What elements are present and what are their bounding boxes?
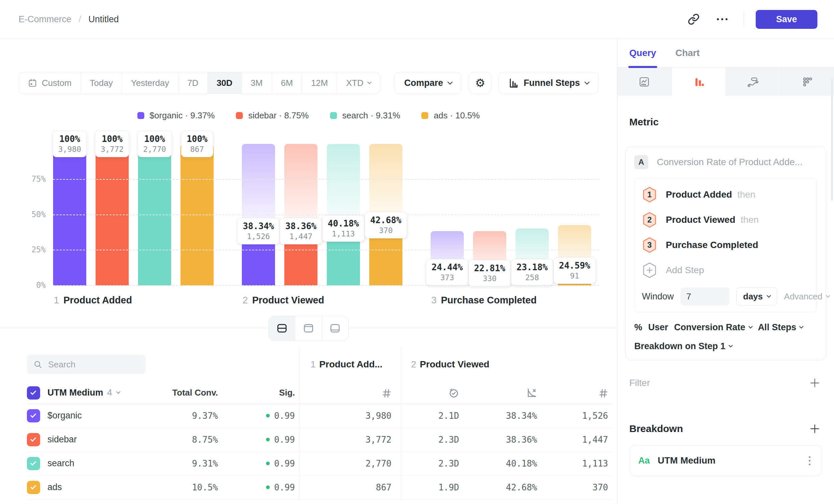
add-filter-button[interactable]: [808, 376, 822, 390]
chevron-down-icon[interactable]: [116, 390, 120, 394]
date-range-yesterday[interactable]: Yesterday: [122, 72, 178, 93]
cell-step2-time[interactable]: 1.9D: [401, 476, 464, 499]
chevron-down-icon: [748, 324, 753, 328]
column-header-count-step2[interactable]: [542, 382, 613, 404]
cell-step2-count[interactable]: 370: [542, 476, 613, 499]
table-row-name-sidebar[interactable]: sidebar: [27, 428, 146, 452]
date-range-7d[interactable]: 7D: [178, 72, 208, 93]
legend-item-sidebar[interactable]: sidebar · 8.75%: [236, 110, 309, 121]
date-range-3m[interactable]: 3M: [242, 72, 272, 93]
chevron-down-icon: [368, 80, 372, 84]
cell-total-conv[interactable]: 9.37%: [146, 404, 223, 428]
more-menu-button[interactable]: [713, 10, 731, 28]
column-header-time-to-convert[interactable]: [401, 382, 464, 404]
measure-dropdown[interactable]: Conversion Rate: [674, 322, 752, 333]
cell-total-conv[interactable]: 9.31%: [146, 452, 223, 476]
measure-entity[interactable]: User: [648, 322, 668, 333]
cell-significance[interactable]: 0.99: [223, 452, 300, 476]
sidebar-tab-query[interactable]: Query: [629, 39, 656, 67]
share-link-button[interactable]: [684, 10, 703, 28]
cell-step1-count[interactable]: 2,770: [300, 452, 401, 476]
table-group-header-step2[interactable]: 2 Product Viewed: [401, 347, 613, 382]
cell-step1-count[interactable]: 3,772: [300, 428, 401, 452]
cell-step2-rate[interactable]: 42.68%: [464, 476, 542, 499]
row-checkbox[interactable]: [27, 433, 40, 446]
cell-step2-count[interactable]: 1,526: [542, 404, 613, 428]
select-all-checkbox[interactable]: [27, 386, 40, 399]
cell-significance[interactable]: 0.99: [223, 404, 300, 428]
cell-step2-count[interactable]: 1,447: [542, 428, 613, 452]
query-step-3[interactable]: 3Purchase Completed: [642, 232, 809, 258]
date-range-6m[interactable]: 6M: [272, 72, 302, 93]
row-checkbox[interactable]: [27, 457, 40, 470]
steps-scope-dropdown[interactable]: All Steps: [758, 322, 803, 333]
save-button[interactable]: Save: [756, 10, 817, 29]
view-toggle-chart-only[interactable]: [295, 316, 322, 341]
breakdown-on-dropdown[interactable]: Breakdown on Step 1: [634, 341, 732, 351]
tab-funnel-chart[interactable]: [672, 68, 726, 96]
tab-retention-grid[interactable]: [780, 68, 834, 96]
breakdown-header-label[interactable]: UTM Medium: [47, 388, 103, 398]
cell-total-conv[interactable]: 10.5%: [146, 476, 223, 499]
metric-title-row[interactable]: A Conversion Rate of Product Adde...: [634, 155, 817, 169]
cell-step2-time[interactable]: 2.3D: [401, 452, 464, 476]
legend-item-organic[interactable]: $organic · 9.37%: [137, 110, 215, 121]
cell-step2-time[interactable]: 2.3D: [401, 428, 464, 452]
table-group-header-step1[interactable]: 1 Product Add...: [300, 347, 401, 382]
cell-total-conv[interactable]: 8.75%: [146, 428, 223, 452]
step-number: 1: [54, 295, 59, 306]
search-box[interactable]: [27, 355, 146, 374]
date-range-30d[interactable]: 30D: [208, 72, 242, 93]
table-row-name-organic[interactable]: $organic: [27, 404, 146, 428]
compare-button[interactable]: Compare: [394, 72, 461, 94]
query-step-1[interactable]: 1Product Added then: [642, 182, 809, 207]
cell-significance[interactable]: 0.99: [223, 476, 300, 499]
advanced-dropdown[interactable]: Advanced: [784, 292, 829, 302]
date-range-custom[interactable]: Custom: [19, 72, 81, 93]
kebab-menu-icon[interactable]: [806, 454, 813, 468]
row-checkbox[interactable]: [27, 481, 40, 494]
table-row-name-ads[interactable]: ads: [27, 476, 146, 499]
tab-line-chart[interactable]: [617, 68, 672, 96]
time-value: 1.9D: [438, 482, 459, 492]
add-step-button[interactable]: Add Step: [642, 258, 809, 283]
breakdown-count: 4: [107, 388, 112, 398]
cell-step2-rate[interactable]: 38.34%: [464, 404, 542, 428]
cell-step2-count[interactable]: 1,113: [542, 452, 613, 476]
bar-ads-step2[interactable]: 42.68%370: [369, 144, 402, 285]
breakdown-item[interactable]: Aa UTM Medium: [629, 445, 822, 476]
breadcrumb-parent[interactable]: E-Commerce: [19, 14, 71, 25]
scrollbar-thumb[interactable]: [831, 78, 833, 201]
date-range-12m[interactable]: 12M: [302, 72, 337, 93]
chart-type-button[interactable]: Funnel Steps: [499, 72, 598, 94]
cell-step2-rate[interactable]: 40.18%: [464, 452, 542, 476]
search-input[interactable]: [48, 360, 134, 370]
date-range-today[interactable]: Today: [81, 72, 122, 93]
cell-step2-time[interactable]: 2.1D: [401, 404, 464, 428]
legend-item-ads[interactable]: ads · 10.5%: [421, 110, 480, 121]
cell-step2-rate[interactable]: 38.36%: [464, 428, 542, 452]
cell-step1-count[interactable]: 3,980: [300, 404, 401, 428]
column-header-count-step1[interactable]: [300, 382, 401, 404]
tab-flow-chart[interactable]: [726, 68, 780, 96]
window-unit-dropdown[interactable]: days: [736, 288, 777, 305]
row-checkbox[interactable]: [27, 409, 40, 422]
window-value-input[interactable]: [680, 288, 729, 305]
chart-settings-button[interactable]: ⚙: [469, 72, 491, 94]
breadcrumb-current[interactable]: Untitled: [89, 14, 119, 25]
column-header-conversion-rate[interactable]: [464, 382, 542, 404]
row-label: $organic: [47, 411, 82, 421]
column-header-total-conv[interactable]: Total Conv.: [146, 382, 223, 404]
cell-significance[interactable]: 0.99: [223, 428, 300, 452]
column-header-sig[interactable]: Sig.: [223, 382, 300, 404]
date-range-xtd[interactable]: XTD: [337, 72, 380, 93]
date-range-label: 3M: [251, 78, 263, 88]
add-breakdown-button[interactable]: [808, 421, 822, 436]
sidebar-tab-chart[interactable]: Chart: [676, 39, 700, 67]
cell-step1-count[interactable]: 867: [300, 476, 401, 499]
view-toggle-split-view[interactable]: [269, 316, 295, 341]
query-step-2[interactable]: 2Product Viewed then: [642, 207, 809, 232]
legend-item-search[interactable]: search · 9.31%: [330, 110, 400, 121]
view-toggle-table-only[interactable]: [322, 316, 348, 341]
table-row-name-search[interactable]: search: [27, 452, 146, 476]
